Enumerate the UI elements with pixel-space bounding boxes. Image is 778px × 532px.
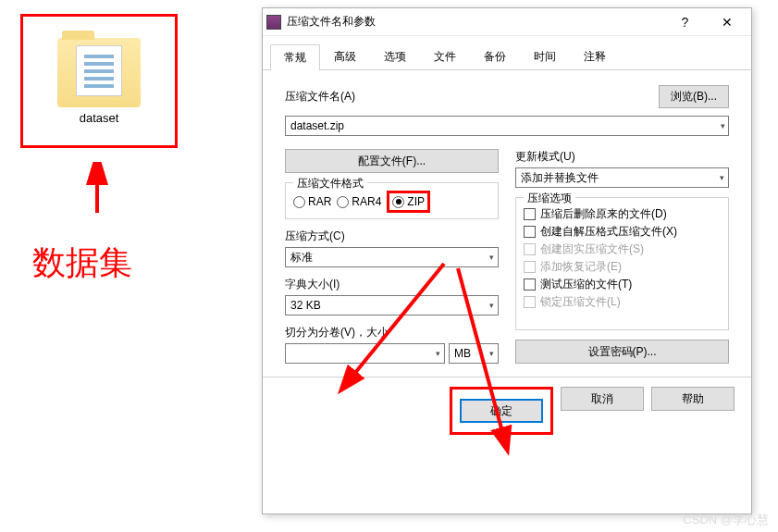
volume-label: 切分为分卷(V)，大小 bbox=[285, 325, 499, 340]
ok-highlight: 确定 bbox=[450, 387, 553, 435]
tab-options[interactable]: 选项 bbox=[370, 43, 420, 69]
options-legend: 压缩选项 bbox=[524, 191, 575, 206]
chevron-down-icon: ▾ bbox=[489, 301, 494, 310]
update-mode-label: 更新模式(U) bbox=[515, 149, 729, 165]
opt-test[interactable]: 测试压缩的文件(T) bbox=[524, 276, 721, 293]
archive-name-input[interactable] bbox=[285, 116, 729, 136]
dialog-footer: 确定 取消 帮助 bbox=[263, 377, 751, 448]
tab-comment[interactable]: 注释 bbox=[570, 43, 620, 69]
radio-rar4[interactable]: RAR4 bbox=[337, 191, 381, 213]
tab-bar: 常规 高级 选项 文件 备份 时间 注释 bbox=[263, 36, 751, 70]
format-legend: 压缩文件格式 bbox=[293, 176, 367, 192]
cancel-button[interactable]: 取消 bbox=[561, 387, 644, 411]
opt-sfx[interactable]: 创建自解压格式压缩文件(X) bbox=[524, 223, 721, 241]
opt-recovery: 添加恢复记录(E) bbox=[524, 258, 721, 276]
chevron-down-icon: ▾ bbox=[489, 253, 494, 262]
volume-input[interactable]: ▾ bbox=[285, 343, 445, 364]
method-select[interactable]: 标准 ▾ bbox=[285, 247, 499, 267]
profiles-button[interactable]: 配置文件(F)... bbox=[285, 149, 499, 173]
radio-rar[interactable]: RAR bbox=[293, 191, 331, 213]
volume-unit-select[interactable]: MB ▾ bbox=[449, 343, 499, 364]
chevron-down-icon: ▾ bbox=[489, 349, 494, 358]
tab-backup[interactable]: 备份 bbox=[470, 43, 520, 69]
opt-lock: 锁定压缩文件(L) bbox=[524, 293, 721, 311]
dict-select[interactable]: 32 KB ▾ bbox=[285, 295, 499, 315]
watermark: CSDN @李心慧 bbox=[683, 512, 769, 528]
tab-time[interactable]: 时间 bbox=[520, 43, 570, 69]
update-mode-select[interactable]: 添加并替换文件 ▾ bbox=[515, 167, 729, 188]
password-button[interactable]: 设置密码(P)... bbox=[515, 340, 729, 364]
chevron-down-icon: ▾ bbox=[436, 349, 440, 358]
tab-general[interactable]: 常规 bbox=[270, 44, 320, 70]
folder-label: dataset bbox=[80, 111, 119, 125]
opt-delete-after[interactable]: 压缩后删除原来的文件(D) bbox=[524, 205, 721, 223]
zip-highlight: ZIP bbox=[387, 191, 430, 213]
format-fieldset: 压缩文件格式 RAR RAR4 ZIP bbox=[285, 182, 499, 219]
dataset-annotation-label: 数据集 bbox=[32, 241, 132, 286]
arrow-up-annotation bbox=[83, 162, 111, 220]
titlebar: 压缩文件名和参数 ? ✕ bbox=[263, 8, 751, 36]
method-label: 压缩方式(C) bbox=[285, 229, 499, 244]
folder-icon[interactable] bbox=[57, 38, 141, 107]
dict-label: 字典大小(I) bbox=[285, 277, 499, 292]
opt-solid: 创建固实压缩文件(S) bbox=[524, 241, 721, 258]
tab-advanced[interactable]: 高级 bbox=[320, 43, 370, 69]
ok-button[interactable]: 确定 bbox=[460, 399, 543, 423]
browse-button[interactable]: 浏览(B)... bbox=[659, 85, 729, 108]
archive-dialog: 压缩文件名和参数 ? ✕ 常规 高级 选项 文件 备份 时间 注释 压缩文件名(… bbox=[262, 7, 752, 514]
winrar-icon bbox=[266, 15, 281, 30]
tab-files[interactable]: 文件 bbox=[420, 43, 470, 69]
help-button[interactable]: ? bbox=[664, 9, 706, 35]
archive-name-label: 压缩文件名(A) bbox=[285, 89, 355, 105]
dialog-title: 压缩文件名和参数 bbox=[287, 14, 664, 30]
dataset-folder-highlight: dataset bbox=[20, 14, 178, 148]
help-footer-button[interactable]: 帮助 bbox=[651, 387, 735, 411]
radio-zip[interactable]: ZIP bbox=[392, 195, 425, 208]
chevron-down-icon: ▾ bbox=[720, 173, 724, 182]
options-fieldset: 压缩选项 压缩后删除原来的文件(D) 创建自解压格式压缩文件(X) 创建固实压缩… bbox=[515, 197, 729, 330]
close-button[interactable]: ✕ bbox=[706, 9, 747, 35]
